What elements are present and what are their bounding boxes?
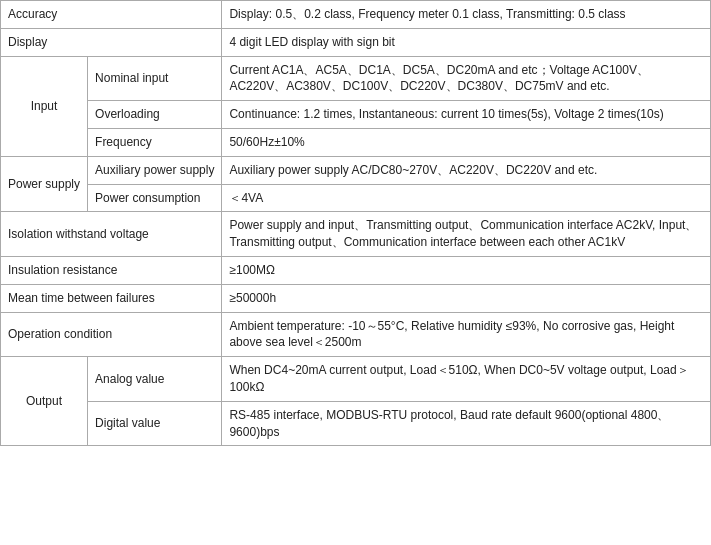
row-mtbf-value: ≥50000h — [222, 284, 711, 312]
row-nominal-input-label: Nominal input — [88, 56, 222, 101]
specs-table: Accuracy Display: 0.5、0.2 class, Frequen… — [0, 0, 711, 446]
table-row: Operation condition Ambient temperature:… — [1, 312, 711, 357]
table-row: Isolation withstand voltage Power supply… — [1, 212, 711, 257]
row-digital-label: Digital value — [88, 401, 222, 446]
row-display-value: 4 digit LED display with sign bit — [222, 28, 711, 56]
group-power-label: Power supply — [1, 156, 88, 212]
row-analog-value: When DC4~20mA current output, Load＜510Ω,… — [222, 357, 711, 402]
table-row: Frequency 50/60Hz±10% — [1, 128, 711, 156]
row-mtbf-label: Mean time between failures — [1, 284, 222, 312]
table-row: Power supply Auxiliary power supply Auxi… — [1, 156, 711, 184]
row-accuracy-value: Display: 0.5、0.2 class, Frequency meter … — [222, 1, 711, 29]
row-nominal-input-value: Current AC1A、AC5A、DC1A、DC5A、DC20mA and e… — [222, 56, 711, 101]
row-aux-power-value: Auxiliary power supply AC/DC80~270V、AC22… — [222, 156, 711, 184]
row-insulation-value: ≥100MΩ — [222, 256, 711, 284]
table-row: Mean time between failures ≥50000h — [1, 284, 711, 312]
row-analog-label: Analog value — [88, 357, 222, 402]
row-operation-value: Ambient temperature: -10～55°C, Relative … — [222, 312, 711, 357]
table-row: Output Analog value When DC4~20mA curren… — [1, 357, 711, 402]
row-isolation-label: Isolation withstand voltage — [1, 212, 222, 257]
row-power-consumption-label: Power consumption — [88, 184, 222, 212]
group-output-label: Output — [1, 357, 88, 446]
row-overloading-label: Overloading — [88, 101, 222, 129]
row-power-consumption-value: ＜4VA — [222, 184, 711, 212]
table-row: Accuracy Display: 0.5、0.2 class, Frequen… — [1, 1, 711, 29]
row-display-label: Display — [1, 28, 222, 56]
row-frequency-label: Frequency — [88, 128, 222, 156]
row-insulation-label: Insulation resistance — [1, 256, 222, 284]
table-row: Input Nominal input Current AC1A、AC5A、DC… — [1, 56, 711, 101]
row-aux-power-label: Auxiliary power supply — [88, 156, 222, 184]
row-isolation-value: Power supply and input、Transmitting outp… — [222, 212, 711, 257]
row-overloading-value: Continuance: 1.2 times, Instantaneous: c… — [222, 101, 711, 129]
row-frequency-value: 50/60Hz±10% — [222, 128, 711, 156]
row-digital-value: RS-485 interface, MODBUS-RTU protocol, B… — [222, 401, 711, 446]
table-row: Power consumption ＜4VA — [1, 184, 711, 212]
table-row: Digital value RS-485 interface, MODBUS-R… — [1, 401, 711, 446]
row-accuracy-label: Accuracy — [1, 1, 222, 29]
table-row: Display 4 digit LED display with sign bi… — [1, 28, 711, 56]
table-row: Overloading Continuance: 1.2 times, Inst… — [1, 101, 711, 129]
table-row: Insulation resistance ≥100MΩ — [1, 256, 711, 284]
row-operation-label: Operation condition — [1, 312, 222, 357]
group-input-label: Input — [1, 56, 88, 156]
